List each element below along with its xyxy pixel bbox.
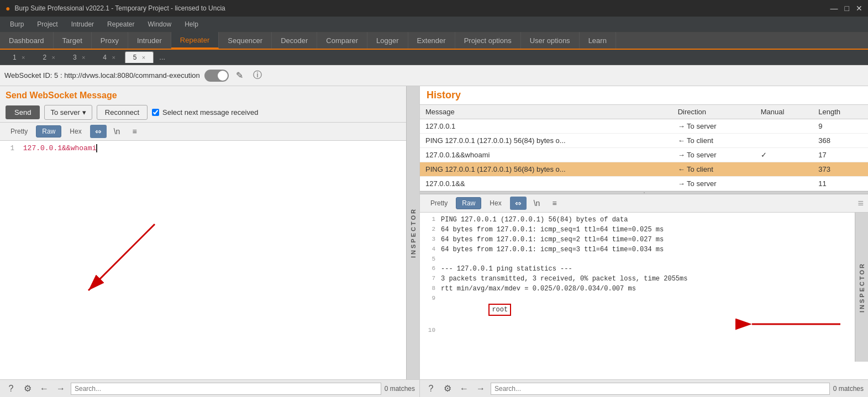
repeater-tab-more[interactable]: ... <box>155 51 170 63</box>
tab-dashboard[interactable]: Dashboard <box>0 32 54 49</box>
col-message[interactable]: Message <box>420 105 672 119</box>
history-table: Message Direction Manual Length 127.0.0.… <box>420 105 868 191</box>
cell-manual <box>755 177 813 191</box>
direction-dropdown[interactable]: To server ▾ <box>44 105 92 120</box>
menu-intruder[interactable]: Intruder <box>66 18 99 30</box>
prev-match-right[interactable]: ← <box>457 382 471 395</box>
inspector-panel-right[interactable]: INSPECTOR <box>855 213 868 362</box>
reconnect-button[interactable]: Reconnect <box>97 105 148 120</box>
menu-project[interactable]: Project <box>31 18 63 30</box>
select-next-checkbox[interactable] <box>152 109 159 116</box>
editor-area[interactable]: 1 127.0.0.1&&whoami <box>0 141 419 379</box>
repeater-tab-3[interactable]: 3 × <box>65 51 93 63</box>
col-direction[interactable]: Direction <box>672 105 755 119</box>
cell-length: 9 <box>813 119 868 134</box>
response-editor-toolbar: Pretty Raw Hex ⇔ \n ≡ ≡ <box>420 194 868 213</box>
tab-decoder[interactable]: Decoder <box>272 32 317 49</box>
cell-message: 127.0.0.1 <box>420 119 672 134</box>
edit-icon[interactable]: ✎ <box>233 69 246 82</box>
select-next-checkbox-label[interactable]: Select next message received <box>152 108 258 117</box>
table-row[interactable]: 127.0.0.1 → To server 9 <box>420 119 868 134</box>
next-match-right[interactable]: → <box>474 382 487 395</box>
help-search-icon-right[interactable]: ? <box>424 382 438 395</box>
send-section-title: Send WebSocket Message <box>0 86 419 103</box>
inspector-label-left: INSPECTOR <box>410 208 417 258</box>
websocket-id-label: WebSocket ID: 5 : http://dvws.local:8080… <box>4 71 200 80</box>
tab-repeater[interactable]: Repeater <box>171 32 219 49</box>
settings-search-icon-right[interactable]: ⚙ <box>441 382 454 395</box>
repeater-tab-5[interactable]: 5 × <box>125 51 154 63</box>
col-manual[interactable]: Manual <box>755 105 813 119</box>
toggle-knob <box>218 71 228 81</box>
cell-message: PING 127.0.0.1 (127.0.0.1) 56(84) bytes … <box>420 162 672 177</box>
tab-target[interactable]: Target <box>54 32 92 49</box>
hex-btn[interactable]: Hex <box>64 125 87 137</box>
help-search-icon-left[interactable]: ? <box>4 382 18 395</box>
list-btn[interactable]: ≡ <box>127 125 141 138</box>
close-btn[interactable]: ✕ <box>856 4 862 13</box>
pretty-btn[interactable]: Pretty <box>4 125 34 137</box>
response-line: 10 <box>424 326 850 335</box>
inspector-panel-left[interactable]: INSPECTOR <box>406 86 419 379</box>
chevron-down-icon: ▾ <box>82 108 86 117</box>
tab-comparer[interactable]: Comparer <box>317 32 367 49</box>
tab-project-options[interactable]: Project options <box>455 32 521 49</box>
tab-learn[interactable]: Learn <box>580 32 616 49</box>
tab-extender[interactable]: Extender <box>408 32 455 49</box>
cell-manual <box>755 119 813 134</box>
response-line-root: 9 root <box>424 294 850 326</box>
tab-user-options[interactable]: User options <box>521 32 580 49</box>
response-line: 4 64 bytes from 127.0.0.1: icmp_seq=3 tt… <box>424 245 850 255</box>
editor-toolbar: Pretty Raw Hex ⇔ \n ≡ ≡ <box>0 123 419 141</box>
tab-intruder[interactable]: Intruder <box>128 32 171 49</box>
send-button[interactable]: Send <box>6 105 40 119</box>
next-match-left[interactable]: → <box>54 382 67 395</box>
table-row-selected[interactable]: PING 127.0.0.1 (127.0.0.1) 56(84) bytes … <box>420 162 868 177</box>
cell-manual <box>755 162 813 177</box>
table-row[interactable]: PING 127.0.0.1 (127.0.0.1) 56(84) bytes … <box>420 134 868 148</box>
newline-btn[interactable]: \n <box>109 125 125 138</box>
websocket-toggle[interactable] <box>204 70 229 82</box>
response-editor[interactable]: 1 PING 127.0.0.1 (127.0.0.1) 56(84) byte… <box>420 213 868 379</box>
response-hex-btn[interactable]: Hex <box>483 197 507 209</box>
response-format-btn[interactable]: ⇔ <box>510 197 527 210</box>
repeater-tab-4[interactable]: 4 × <box>94 51 123 63</box>
response-list-btn[interactable]: ≡ <box>547 197 561 210</box>
response-pretty-btn[interactable]: Pretty <box>424 197 454 209</box>
history-header: History <box>420 86 868 105</box>
col-length[interactable]: Length <box>813 105 868 119</box>
right-panel: History Message Direction Manual Length … <box>420 86 868 397</box>
prev-match-left[interactable]: ← <box>38 382 51 395</box>
main-area: Send WebSocket Message Send To server ▾ … <box>0 86 868 397</box>
response-raw-btn[interactable]: Raw <box>456 197 481 209</box>
tab-sequencer[interactable]: Sequencer <box>219 32 272 49</box>
tab-logger[interactable]: Logger <box>367 32 408 49</box>
settings-search-icon-left[interactable]: ⚙ <box>21 382 34 395</box>
tab-proxy[interactable]: Proxy <box>92 32 128 49</box>
search-input-right[interactable] <box>491 383 830 395</box>
format-btn[interactable]: ⇔ <box>90 125 107 138</box>
cell-message: 127.0.0.1&&whoami <box>420 148 672 162</box>
titlebar-controls[interactable]: — □ ✕ <box>830 4 862 13</box>
repeater-tab-2[interactable]: 2 × <box>34 51 63 63</box>
cell-manual <box>755 134 813 148</box>
menu-window[interactable]: Window <box>142 18 177 30</box>
menu-repeater[interactable]: Repeater <box>102 18 140 30</box>
search-input-left[interactable] <box>71 383 381 395</box>
maximize-btn[interactable]: □ <box>845 4 849 13</box>
response-newline-btn[interactable]: \n <box>529 197 545 210</box>
response-line: 6 --- 127.0.0.1 ping statistics --- <box>424 264 850 274</box>
history-section: Message Direction Manual Length 127.0.0.… <box>420 105 868 191</box>
minimize-btn[interactable]: — <box>830 4 838 13</box>
menubar: Burp Project Intruder Repeater Window He… <box>0 17 868 32</box>
raw-btn[interactable]: Raw <box>36 125 61 137</box>
cell-direction: ← To client <box>672 162 755 177</box>
menu-burp[interactable]: Burp <box>4 18 29 30</box>
repeater-tab-1[interactable]: 1 × <box>4 51 33 63</box>
table-row[interactable]: 127.0.0.1&& → To server 11 <box>420 177 868 191</box>
table-row[interactable]: 127.0.0.1&&whoami → To server ✓ 17 <box>420 148 868 162</box>
titlebar-left: ● Burp Suite Professional v2022.1 - Temp… <box>6 4 225 13</box>
menu-help[interactable]: Help <box>179 18 204 30</box>
help-icon[interactable]: ⓘ <box>251 69 264 82</box>
cell-manual: ✓ <box>755 148 813 162</box>
